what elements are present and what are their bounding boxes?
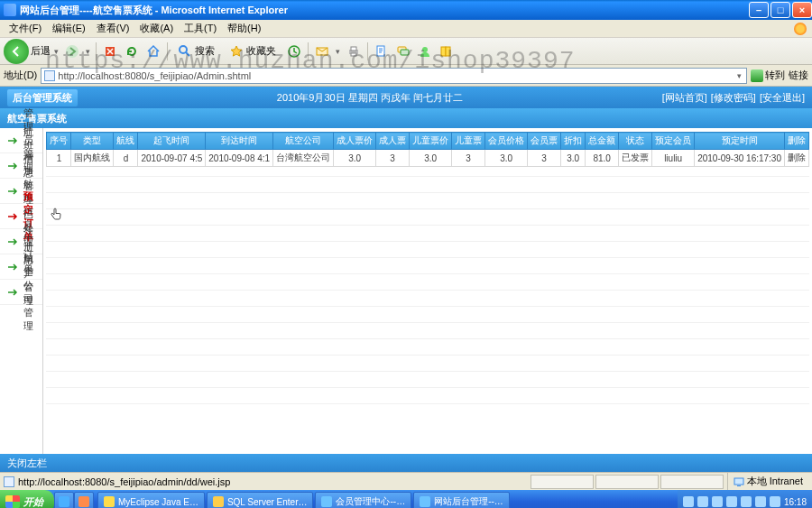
window-title: 网站后台管理----航空售票系统 - Microsoft Internet Ex… (20, 4, 747, 17)
menu-view[interactable]: 查看(V) (91, 20, 135, 37)
status-bar: http://localhost:8080/s_feijipiao/admin/… (0, 472, 812, 490)
back-dropdown[interactable]: ▾ (52, 47, 60, 56)
minimize-button[interactable]: – (749, 2, 769, 18)
start-button[interactable]: 开始 (0, 490, 54, 508)
table-cell: 国内航线 (71, 150, 114, 167)
arrow-icon (7, 162, 20, 171)
quicklaunch-2[interactable] (74, 492, 94, 508)
menu-edit[interactable]: 编辑(E) (47, 20, 91, 37)
col-header: 成人票价 (334, 133, 376, 150)
table-cell: 3 (376, 150, 410, 167)
col-header: 起飞时间 (138, 133, 206, 150)
col-header: 航线 (114, 133, 138, 150)
task-backend[interactable]: 网站后台管理--… (413, 492, 510, 508)
back-label: 后退 (31, 44, 51, 58)
link-change-password[interactable]: [修改密码] (711, 91, 756, 105)
computer-icon (734, 476, 744, 487)
favorites-label: 收藏夹 (246, 44, 276, 58)
sidebar-item-label: 航空公司管理 (23, 252, 42, 333)
svg-rect-15 (737, 485, 741, 486)
menu-help[interactable]: 帮助(H) (222, 20, 266, 37)
col-header: 总金额 (586, 133, 619, 150)
maximize-button[interactable]: □ (770, 2, 790, 18)
col-header: 到达时间 (206, 133, 273, 150)
favorites-button[interactable]: 收藏夹 (223, 40, 282, 63)
task-label: 会员管理中心--… (336, 495, 405, 508)
table-cell: 3.0 (410, 150, 452, 167)
forward-button[interactable] (62, 42, 82, 61)
table-cell: d (114, 150, 138, 167)
task-myeclipse[interactable]: MyEclipse Java E… (97, 492, 205, 508)
col-header: 类型 (71, 133, 114, 150)
col-header: 删除 (785, 133, 809, 150)
arrow-icon (7, 136, 20, 145)
address-dropdown[interactable]: ▾ (735, 71, 743, 80)
ruled-lines (46, 176, 809, 420)
print-button[interactable] (344, 42, 364, 61)
close-button[interactable]: × (792, 2, 812, 18)
refresh-button[interactable] (122, 42, 142, 61)
link-logout[interactable]: [安全退出] (760, 91, 805, 105)
address-url: http://localhost:8080/s_feijipiao/Admin.… (58, 70, 733, 81)
svg-rect-12 (441, 47, 446, 56)
arrow-icon (7, 288, 20, 297)
search-button[interactable]: 搜索 (171, 40, 221, 63)
table-cell: 81.0 (586, 150, 619, 167)
link-home[interactable]: [网站首页] (662, 91, 707, 105)
menu-tools[interactable]: 工具(T) (179, 20, 222, 37)
ie-icon (4, 4, 16, 16)
orders-table: 序号类型航线起飞时间到达时间航空公司成人票价成人票儿童票价儿童票会员价格会员票折… (46, 132, 809, 167)
table-cell: 已发票 (619, 150, 652, 167)
clock: 16:18 (784, 497, 807, 507)
discuss-button[interactable] (393, 42, 413, 61)
menu-file[interactable]: 文件(F) (4, 20, 47, 37)
page-icon (4, 476, 14, 487)
start-label: 开始 (23, 495, 43, 509)
go-button[interactable]: 转到 (751, 69, 785, 82)
svg-point-2 (180, 46, 187, 53)
messenger-button[interactable] (415, 42, 435, 61)
table-cell: 2010-09-30 16:17:30 (695, 150, 785, 167)
table-cell: 3 (528, 150, 561, 167)
quicklaunch-1[interactable] (54, 492, 74, 508)
task-sqlserver[interactable]: SQL Server Enter… (207, 492, 314, 508)
menubar: 文件(F) 编辑(E) 查看(V) 收藏(A) 工具(T) 帮助(H) (0, 20, 812, 38)
history-button[interactable] (284, 42, 304, 61)
footer-bar: 关闭左栏 (0, 454, 812, 472)
svg-point-0 (66, 45, 78, 58)
col-header: 航空公司 (273, 133, 334, 150)
links-label[interactable]: 链接 (789, 69, 808, 82)
mail-button[interactable] (312, 42, 332, 61)
security-zone[interactable]: 本地 Intranet (727, 473, 808, 490)
col-header: 预定时间 (695, 133, 785, 150)
address-label: 地址(D) (4, 69, 37, 82)
task-label: 网站后台管理--… (434, 495, 503, 508)
toolbar: 后退 ▾ ▾ 搜索 收藏夹 ▾ (0, 38, 812, 65)
menu-favorites[interactable]: 收藏(A) (134, 20, 179, 37)
svg-rect-6 (351, 47, 356, 51)
table-cell: 3.0 (561, 150, 586, 167)
table-row[interactable]: 1国内航线d2010-09-07 4:52010-09-08 4:1台湾航空公司… (47, 150, 809, 167)
sidebar-item-airline-manage[interactable]: 航空公司管理 (0, 280, 42, 305)
col-header: 会员价格 (485, 133, 528, 150)
back-button[interactable] (4, 39, 29, 64)
arrow-icon (7, 212, 20, 221)
table-cell: 台湾航空公司 (273, 150, 334, 167)
folders-button[interactable] (437, 42, 457, 61)
svg-rect-13 (446, 47, 450, 56)
col-header: 儿童票价 (410, 133, 452, 150)
forward-dropdown[interactable]: ▾ (84, 47, 92, 56)
table-cell: 3 (452, 150, 485, 167)
go-label: 转到 (765, 69, 785, 82)
edit-button[interactable] (372, 42, 392, 61)
home-button[interactable] (143, 42, 163, 61)
address-input[interactable]: http://localhost:8080/s_feijipiao/Admin.… (41, 68, 747, 84)
task-member-manage[interactable]: 会员管理中心--… (315, 492, 411, 508)
mail-dropdown[interactable]: ▾ (334, 47, 342, 56)
stop-button[interactable] (100, 42, 120, 61)
col-header: 成人票 (376, 133, 410, 150)
sidebar: 管理员管理 航班信息管理 增加航班信息 预定订单 已处理订单 注册用户管理 航空… (0, 128, 43, 454)
system-tray[interactable]: 16:18 (678, 490, 812, 508)
table-cell[interactable]: 删除 (785, 150, 809, 167)
footer-close-left[interactable]: 关闭左栏 (7, 457, 47, 470)
